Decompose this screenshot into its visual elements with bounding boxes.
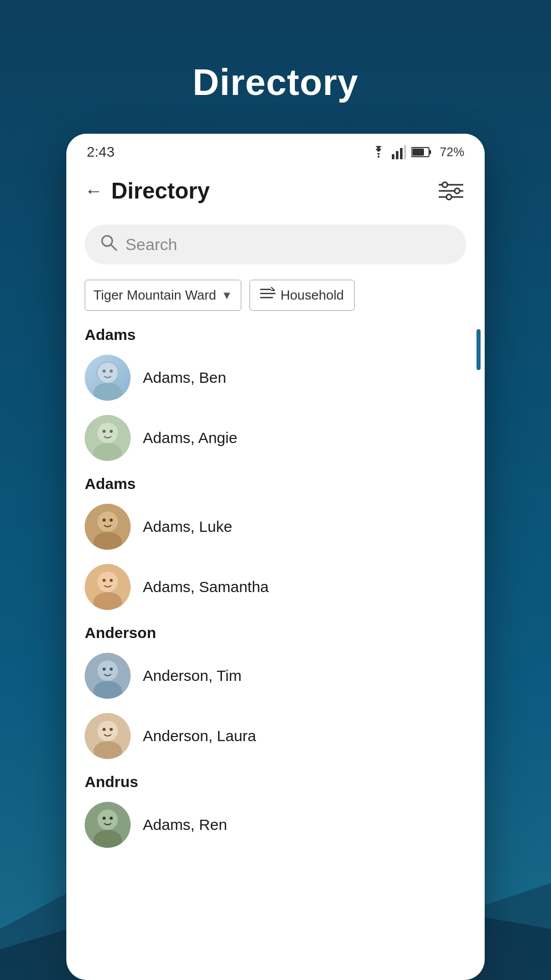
sliders-icon [439, 181, 463, 201]
section-header-anderson: Anderson [66, 617, 485, 646]
back-button[interactable]: ← Directory [85, 178, 210, 204]
avatar [85, 355, 131, 401]
list-item[interactable]: Adams, Ben [66, 348, 485, 408]
svg-point-52 [103, 817, 106, 820]
svg-rect-3 [400, 148, 403, 159]
person-name: Adams, Samantha [143, 578, 269, 596]
filter-button[interactable] [436, 176, 466, 206]
ward-name: Tiger Mountain Ward [93, 287, 216, 303]
svg-point-45 [97, 721, 118, 741]
svg-point-22 [103, 370, 106, 373]
svg-rect-7 [412, 149, 424, 156]
battery-percentage: 72% [440, 145, 464, 159]
svg-rect-6 [429, 150, 431, 154]
avatar [85, 504, 131, 550]
sort-icon [260, 286, 276, 304]
svg-point-21 [97, 362, 118, 383]
svg-rect-1 [392, 154, 394, 159]
phone-card: 2:43 72% [66, 134, 485, 980]
list-item[interactable]: Adams, Samantha [66, 557, 485, 617]
svg-point-53 [110, 817, 113, 820]
header-title: Directory [111, 178, 210, 204]
svg-point-47 [103, 728, 106, 731]
svg-line-15 [111, 245, 116, 250]
svg-point-13 [446, 194, 452, 200]
household-button[interactable]: Household [249, 280, 355, 311]
person-name: Adams, Ren [143, 816, 227, 834]
svg-point-37 [103, 579, 106, 582]
wifi-icon [370, 146, 387, 158]
back-arrow-icon: ← [85, 180, 103, 202]
avatar [85, 653, 131, 699]
person-name: Anderson, Laura [143, 727, 256, 745]
view-mode-label: Household [281, 287, 344, 303]
avatar [85, 802, 131, 848]
section-header-andrus: Andrus [66, 766, 485, 795]
svg-point-33 [110, 519, 113, 522]
svg-point-20 [93, 383, 122, 401]
svg-point-12 [455, 188, 460, 193]
svg-point-11 [442, 182, 447, 187]
filter-row: Tiger Mountain Ward ▼ Household [66, 275, 485, 319]
svg-point-32 [103, 519, 106, 522]
search-bar[interactable]: Search [85, 225, 466, 264]
svg-point-30 [97, 511, 118, 532]
svg-point-0 [378, 156, 380, 158]
svg-point-28 [110, 430, 113, 433]
person-name: Adams, Angie [143, 429, 237, 447]
svg-point-25 [97, 423, 118, 443]
status-bar: 2:43 72% [66, 134, 485, 165]
scroll-indicator [477, 329, 481, 370]
list-item[interactable]: Anderson, Laura [66, 706, 485, 766]
svg-rect-4 [404, 145, 406, 159]
search-container: Search [66, 216, 485, 275]
chevron-down-icon: ▼ [221, 289, 233, 302]
signal-icon [392, 145, 406, 159]
svg-point-27 [103, 430, 106, 433]
avatar [85, 564, 131, 610]
section-header-adams-2: Adams [66, 468, 485, 497]
list-item[interactable]: Adams, Luke [66, 497, 485, 557]
battery-icon [411, 146, 432, 158]
list-item[interactable]: Anderson, Tim [66, 646, 485, 706]
person-name: Anderson, Tim [143, 667, 241, 684]
status-time: 2:43 [87, 144, 115, 160]
svg-point-35 [97, 572, 118, 592]
svg-point-50 [97, 810, 118, 830]
person-name: Adams, Luke [143, 518, 232, 535]
search-icon [100, 234, 117, 255]
avatar [85, 415, 131, 461]
svg-point-23 [110, 370, 113, 373]
svg-point-43 [110, 668, 113, 671]
section-header-adams-1: Adams [66, 319, 485, 348]
app-header: ← Directory [66, 165, 485, 216]
svg-point-42 [103, 668, 106, 671]
svg-point-38 [110, 579, 113, 582]
svg-point-40 [97, 660, 118, 681]
search-placeholder: Search [126, 235, 177, 254]
status-icons: 72% [370, 145, 464, 159]
directory-list: Adams Adams, Ben [66, 319, 485, 980]
person-name: Adams, Ben [143, 369, 226, 386]
svg-point-48 [110, 728, 113, 731]
svg-rect-2 [396, 151, 398, 159]
ward-dropdown[interactable]: Tiger Mountain Ward ▼ [85, 280, 241, 311]
page-title: Directory [192, 61, 358, 103]
list-item[interactable]: Adams, Angie [66, 408, 485, 468]
list-item[interactable]: Adams, Ren [66, 795, 485, 855]
avatar [85, 713, 131, 759]
